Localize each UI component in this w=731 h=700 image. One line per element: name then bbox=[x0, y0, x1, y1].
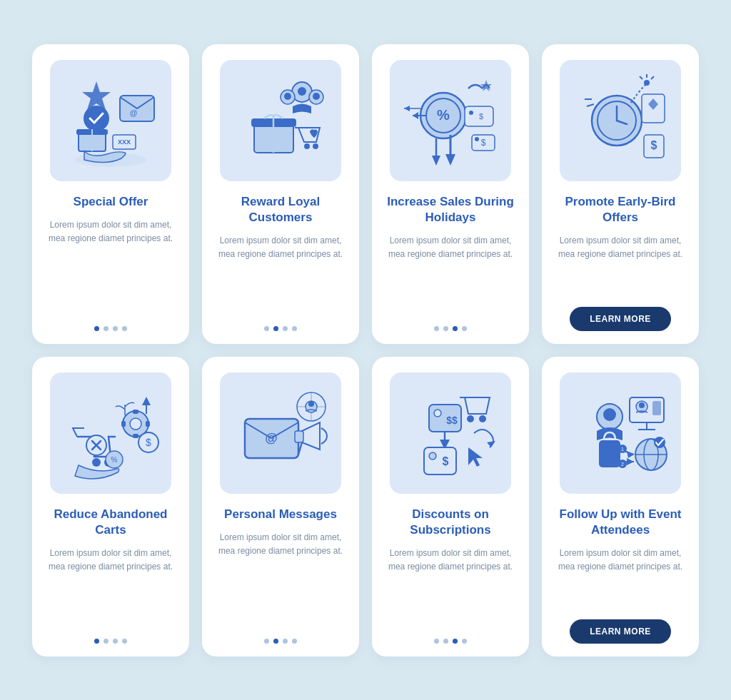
dot-1 bbox=[264, 326, 269, 331]
dot-4 bbox=[292, 639, 297, 644]
dot-1 bbox=[94, 639, 99, 644]
svg-point-82 bbox=[479, 415, 486, 422]
svg-text:@: @ bbox=[265, 431, 278, 445]
svg-rect-89 bbox=[424, 447, 456, 475]
svg-line-47 bbox=[640, 76, 642, 79]
svg-point-81 bbox=[467, 415, 474, 422]
svg-marker-92 bbox=[487, 441, 495, 447]
card-icon-increase-sales: % $ bbox=[390, 60, 511, 181]
card-title-follow-up: Follow Up with Event Attendees bbox=[555, 507, 686, 538]
dots-personal-messages bbox=[264, 639, 297, 644]
dot-3 bbox=[113, 639, 118, 644]
svg-point-30 bbox=[469, 111, 473, 115]
card-title-discounts-subscriptions: Discounts on Subscriptions bbox=[385, 507, 516, 538]
svg-rect-74 bbox=[295, 431, 303, 442]
svg-line-53 bbox=[587, 104, 594, 106]
card-reward-loyal: Reward Loyal Customers Lorem ipsum dolor… bbox=[202, 44, 359, 344]
svg-text:$: $ bbox=[651, 139, 657, 151]
dot-1 bbox=[264, 639, 269, 644]
card-icon-personal-messages: @ bbox=[220, 372, 341, 494]
dot-3 bbox=[283, 639, 288, 644]
svg-point-44 bbox=[644, 80, 650, 86]
svg-marker-108 bbox=[627, 458, 634, 465]
card-icon-discounts-subscriptions: $$ $ bbox=[390, 372, 511, 494]
dot-3 bbox=[453, 326, 458, 331]
svg-marker-106 bbox=[627, 451, 634, 458]
svg-marker-71 bbox=[142, 397, 151, 405]
card-title-special-offer: Special Offer bbox=[74, 194, 148, 210]
dot-4 bbox=[122, 326, 127, 331]
card-icon-reward-loyal bbox=[220, 60, 341, 181]
dot-2 bbox=[104, 639, 109, 644]
svg-point-54 bbox=[92, 458, 101, 467]
card-follow-up: 1 2 Follow Up with Event Attendees Lorem… bbox=[542, 357, 699, 656]
card-body-reward-loyal: Lorem ipsum dolor sit dim amet, mea regi… bbox=[215, 234, 346, 316]
svg-text:1: 1 bbox=[621, 447, 624, 452]
dot-2 bbox=[443, 326, 448, 331]
dot-4 bbox=[292, 326, 297, 331]
svg-point-80 bbox=[308, 401, 314, 407]
dot-1 bbox=[94, 326, 99, 331]
card-increase-sales: % $ bbox=[372, 44, 529, 344]
card-icon-follow-up: 1 2 bbox=[560, 372, 681, 494]
svg-point-94 bbox=[603, 408, 616, 421]
learn-more-button-follow-up[interactable]: LEARN MORE bbox=[570, 619, 671, 644]
card-body-increase-sales: Lorem ipsum dolor sit dim amet, mea regi… bbox=[385, 234, 516, 316]
dots-abandoned-carts bbox=[94, 639, 127, 644]
svg-point-90 bbox=[429, 452, 436, 460]
svg-point-19 bbox=[304, 143, 310, 149]
card-body-follow-up: Lorem ipsum dolor sit dim amet, mea regi… bbox=[555, 547, 686, 609]
card-discounts-subscriptions: $$ $ Discounts on Subscriptions Lorem ip… bbox=[372, 357, 529, 656]
svg-point-20 bbox=[313, 143, 318, 149]
card-body-abandoned-carts: Lorem ipsum dolor sit dim amet, mea regi… bbox=[45, 547, 176, 629]
svg-marker-26 bbox=[445, 154, 455, 166]
dot-4 bbox=[462, 326, 467, 331]
card-body-discounts-subscriptions: Lorem ipsum dolor sit dim amet, mea regi… bbox=[385, 547, 516, 629]
learn-more-button-early-bird[interactable]: LEARN MORE bbox=[570, 307, 671, 331]
dots-discounts-subscriptions bbox=[434, 639, 467, 644]
card-icon-early-bird: $ bbox=[560, 60, 681, 181]
card-personal-messages: @ Personal Messages Lorem ipsum dolor si… bbox=[202, 357, 359, 656]
dot-2 bbox=[104, 326, 109, 331]
svg-rect-65 bbox=[121, 421, 126, 427]
svg-text:$: $ bbox=[481, 138, 486, 148]
dot-2 bbox=[443, 639, 448, 644]
dot-3 bbox=[283, 326, 288, 331]
dots-special-offer bbox=[94, 326, 127, 331]
dots-reward-loyal bbox=[264, 326, 297, 331]
card-title-reward-loyal: Reward Loyal Customers bbox=[215, 194, 346, 225]
card-title-increase-sales: Increase Sales During Holidays bbox=[385, 194, 516, 225]
svg-text:$$: $$ bbox=[446, 415, 458, 426]
svg-rect-63 bbox=[133, 410, 138, 414]
svg-rect-95 bbox=[599, 440, 620, 467]
card-body-personal-messages: Lorem ipsum dolor sit dim amet, mea regi… bbox=[215, 531, 346, 629]
svg-text:$: $ bbox=[479, 112, 483, 121]
card-title-abandoned-carts: Reduce Abandoned Carts bbox=[45, 507, 176, 538]
svg-point-11 bbox=[298, 87, 306, 96]
svg-marker-28 bbox=[432, 156, 440, 166]
card-title-personal-messages: Personal Messages bbox=[224, 507, 337, 522]
card-icon-special-offer: @ XXX bbox=[50, 60, 171, 181]
svg-point-62 bbox=[130, 418, 141, 430]
svg-point-13 bbox=[313, 93, 320, 100]
dot-3 bbox=[113, 326, 118, 331]
dot-4 bbox=[462, 639, 467, 644]
svg-point-39 bbox=[475, 137, 479, 141]
svg-text:@: @ bbox=[129, 108, 137, 117]
svg-text:$: $ bbox=[146, 437, 151, 448]
card-abandoned-carts: % $ Reduce Aba bbox=[32, 357, 189, 656]
svg-rect-64 bbox=[133, 434, 138, 438]
svg-point-4 bbox=[84, 106, 109, 131]
svg-text:2: 2 bbox=[621, 462, 624, 467]
svg-point-98 bbox=[639, 402, 645, 408]
svg-text:%: % bbox=[111, 456, 118, 464]
svg-rect-99 bbox=[652, 401, 661, 415]
cards-grid: @ XXX Special Offer Lorem ipsum dolor si… bbox=[32, 44, 699, 656]
card-early-bird: $ Promote Early-Bird Offers Lorem ipsum … bbox=[542, 44, 699, 344]
card-icon-abandoned-carts: % $ bbox=[50, 372, 171, 494]
dot-3 bbox=[453, 639, 458, 644]
svg-point-85 bbox=[434, 410, 441, 417]
svg-text:$: $ bbox=[443, 455, 449, 467]
svg-marker-32 bbox=[480, 80, 492, 91]
svg-rect-66 bbox=[146, 421, 150, 427]
